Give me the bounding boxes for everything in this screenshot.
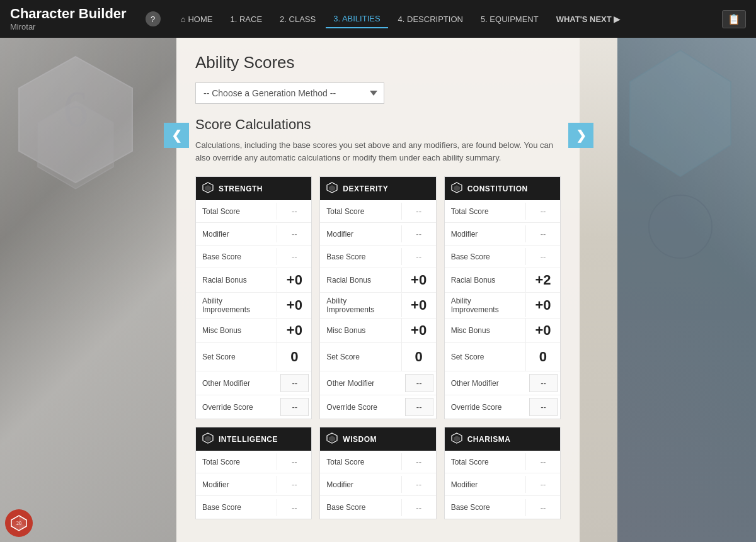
row-value: -- xyxy=(277,453,311,470)
row-value[interactable]: -- xyxy=(280,398,309,416)
main-nav: ⌂ HOME 1. RACE 2. CLASS 3. ABILITIES 4. … xyxy=(173,10,709,28)
svg-marker-6 xyxy=(205,185,211,191)
row-label: Total Score xyxy=(196,454,277,470)
svg-marker-16 xyxy=(454,436,460,442)
ability-header-strength: STRENGTH xyxy=(196,177,311,200)
ability-card-constitution: CONSTITUTIONTotal Score--Modifier--Base … xyxy=(444,176,561,419)
home-icon: ⌂ xyxy=(181,14,186,24)
row-label: Base Score xyxy=(320,499,401,516)
ability-header-wisdom: WISDOM xyxy=(320,427,435,451)
row-label: Ability Improvements xyxy=(445,293,525,318)
ability-row: Total Score-- xyxy=(445,451,560,473)
nav-home[interactable]: ⌂ HOME xyxy=(173,11,220,28)
row-value[interactable]: -- xyxy=(280,374,309,392)
ability-row: Ability Improvements+0 xyxy=(445,293,560,319)
row-value[interactable]: -- xyxy=(405,374,433,392)
svg-marker-14 xyxy=(329,436,335,442)
nav-class[interactable]: 2. CLASS xyxy=(272,11,323,28)
row-value: -- xyxy=(401,203,436,220)
ability-icon-charisma xyxy=(451,432,462,446)
ability-row: Ability Improvements+0 xyxy=(320,293,435,319)
row-value: +0 xyxy=(277,268,311,292)
row-value: +0 xyxy=(401,319,436,342)
nav-whats-next[interactable]: WHAT'S NEXT ▶ xyxy=(549,11,628,28)
row-label: Set Score xyxy=(320,349,401,365)
ability-row: Set Score0 xyxy=(445,343,560,371)
ability-header-constitution: CONSTITUTION xyxy=(445,177,560,200)
row-value: -- xyxy=(277,499,311,516)
nav-arrow-left[interactable]: ❮ xyxy=(164,123,189,148)
ability-row: Total Score-- xyxy=(196,200,311,223)
row-label: Total Score xyxy=(320,454,401,470)
ability-card-intelligence: INTELLIGENCETotal Score--Modifier--Base … xyxy=(195,427,312,519)
section-description: Calculations, including the base scores … xyxy=(195,139,561,164)
ability-row: Misc Bonus+0 xyxy=(320,319,435,343)
ability-rows-constitution: Total Score--Modifier--Base Score--Racia… xyxy=(445,200,560,419)
app-title: Character Builder xyxy=(10,6,127,21)
row-label: Ability Improvements xyxy=(196,293,277,318)
ability-name-wisdom: WISDOM xyxy=(343,435,377,444)
nav-description[interactable]: 4. DESCRIPTION xyxy=(391,11,471,28)
content-panel: Ability Scores -- Choose a Generation Me… xyxy=(176,38,580,542)
row-label: Other Modifier xyxy=(320,375,402,392)
row-label: Ability Improvements xyxy=(320,293,401,318)
ability-icon-constitution xyxy=(451,182,462,195)
row-label: Modifier xyxy=(445,226,525,242)
generation-method-select[interactable]: -- Choose a Generation Method -- Standar… xyxy=(195,82,384,104)
ability-rows-dexterity: Total Score--Modifier--Base Score--Racia… xyxy=(320,200,435,419)
ability-name-dexterity: DEXTERITY xyxy=(343,184,388,193)
ability-header-intelligence: INTELLIGENCE xyxy=(196,427,311,451)
ability-row: Other Modifier-- xyxy=(445,371,560,395)
row-value: -- xyxy=(401,225,436,242)
row-value[interactable]: -- xyxy=(405,398,433,416)
row-label: Racial Bonus xyxy=(320,272,401,288)
row-value[interactable]: -- xyxy=(529,374,558,392)
row-value: -- xyxy=(401,499,436,516)
row-value: +2 xyxy=(525,268,560,292)
ability-grid-top: STRENGTHTotal Score--Modifier--Base Scor… xyxy=(195,176,561,419)
nav-abilities[interactable]: 3. ABILITIES xyxy=(326,10,387,28)
ability-card-dexterity: DEXTERITYTotal Score--Modifier--Base Sco… xyxy=(319,176,436,419)
row-value: +0 xyxy=(401,268,436,292)
row-label: Modifier xyxy=(445,477,525,493)
row-label: Racial Bonus xyxy=(196,272,277,288)
row-value: +0 xyxy=(401,293,436,317)
nav-arrow-right[interactable]: ❯ xyxy=(568,123,593,148)
help-button[interactable]: ? xyxy=(146,11,161,26)
ability-row: Modifier-- xyxy=(196,223,311,246)
row-label: Total Score xyxy=(445,203,525,220)
ability-row: Override Score-- xyxy=(445,395,560,419)
row-value: +0 xyxy=(525,319,560,342)
ability-grid-bottom: INTELLIGENCETotal Score--Modifier--Base … xyxy=(195,427,561,519)
ability-icon-strength xyxy=(202,182,214,195)
row-value: -- xyxy=(277,476,311,493)
ability-row: Other Modifier-- xyxy=(320,371,435,395)
ability-icon-intelligence xyxy=(202,432,214,446)
row-value: -- xyxy=(525,248,560,265)
row-label: Base Score xyxy=(445,499,525,516)
row-label: Modifier xyxy=(196,226,277,242)
svg-marker-10 xyxy=(454,185,460,191)
ability-row: Base Score-- xyxy=(196,246,311,268)
row-label: Override Score xyxy=(445,399,527,415)
row-value[interactable]: -- xyxy=(529,398,558,416)
ability-row: Total Score-- xyxy=(320,200,435,223)
row-label: Total Score xyxy=(196,203,277,220)
main-content: Ability Scores -- Choose a Generation Me… xyxy=(0,38,756,542)
ability-header-dexterity: DEXTERITY xyxy=(320,177,435,200)
ability-row: Base Score-- xyxy=(445,496,560,519)
svg-marker-12 xyxy=(205,436,211,442)
d20-icon[interactable]: 20 xyxy=(5,509,33,537)
app-title-block: Character Builder Mirotar xyxy=(10,6,127,31)
ability-row: Base Score-- xyxy=(320,496,435,519)
section-title: Score Calculations xyxy=(195,116,561,133)
row-label: Other Modifier xyxy=(196,375,278,392)
notes-button[interactable]: 📋 xyxy=(722,10,746,28)
ability-rows-charisma: Total Score--Modifier--Base Score-- xyxy=(445,451,560,519)
row-value: -- xyxy=(401,453,436,470)
nav-equipment[interactable]: 5. EQUIPMENT xyxy=(473,11,546,28)
ability-icon-dexterity xyxy=(326,182,338,195)
row-label: Racial Bonus xyxy=(445,272,525,288)
nav-race[interactable]: 1. RACE xyxy=(222,11,270,28)
row-value: +0 xyxy=(277,293,311,317)
